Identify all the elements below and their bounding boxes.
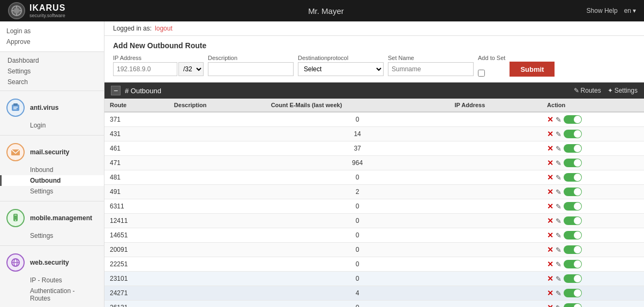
toggle-button[interactable]: [564, 202, 582, 211]
sidebar-web-section: web.security IP - Routes Authentication …: [0, 246, 104, 307]
sidebar-mail-outbound[interactable]: Outbound: [0, 175, 104, 186]
toggle-button[interactable]: [564, 144, 582, 153]
sidebar-top-links: Dashboard Settings Search: [0, 52, 104, 91]
lang-dropdown[interactable]: en ▾: [624, 7, 636, 14]
delete-button[interactable]: ✕: [547, 216, 553, 225]
chevron-down-icon: ▾: [633, 7, 636, 14]
delete-button[interactable]: ✕: [547, 289, 553, 297]
toggle-button[interactable]: [564, 216, 582, 225]
delete-button[interactable]: ✕: [547, 115, 553, 124]
routes-link[interactable]: ✎ Routes: [574, 87, 601, 94]
toggle-button[interactable]: [564, 173, 582, 182]
delete-button[interactable]: ✕: [547, 303, 553, 307]
sidebar-settings[interactable]: Settings: [0, 66, 104, 77]
cell-description: [169, 112, 266, 127]
toggle-button[interactable]: [564, 159, 582, 167]
cell-action: ✕ ✎: [542, 185, 644, 199]
sidebar-mail-settings[interactable]: Settings: [0, 186, 104, 197]
show-help-link[interactable]: Show Help: [587, 7, 618, 14]
toggle-button[interactable]: [564, 245, 582, 254]
sidebar-web-iproutes[interactable]: IP - Routes: [0, 275, 104, 286]
cell-description: [169, 170, 266, 185]
main-layout: Login as Approve Dashboard Settings Sear…: [0, 21, 644, 307]
cell-ip: [449, 127, 542, 141]
sidebar-module-web[interactable]: web.security: [0, 250, 104, 275]
toggle-knob: [574, 130, 581, 138]
sidebar-search[interactable]: Search: [0, 77, 104, 87]
sidebar-mobile-settings[interactable]: Settings: [0, 230, 104, 241]
dest-select[interactable]: Select: [298, 62, 384, 76]
edit-button[interactable]: ✎: [556, 260, 561, 268]
delete-button[interactable]: ✕: [547, 202, 553, 211]
lang-label: en: [624, 7, 631, 14]
sidebar-dashboard[interactable]: Dashboard: [0, 55, 104, 66]
cell-description: [169, 156, 266, 170]
logo-name: IKARUS: [29, 3, 65, 13]
settings-link[interactable]: ✦ Settings: [608, 87, 638, 94]
sidebar-module-mail[interactable]: mail.security: [0, 140, 104, 164]
edit-button[interactable]: ✎: [556, 116, 561, 124]
collapse-button[interactable]: −: [111, 86, 121, 95]
edit-button[interactable]: ✎: [556, 203, 561, 211]
sidebar-module-mobile[interactable]: mobile.management: [0, 206, 104, 230]
edit-button[interactable]: ✎: [556, 217, 561, 225]
sidebar-item-approve[interactable]: Approve: [6, 36, 98, 47]
edit-button[interactable]: ✎: [556, 130, 561, 138]
delete-button[interactable]: ✕: [547, 144, 553, 153]
delete-button[interactable]: ✕: [547, 260, 553, 268]
toggle-button[interactable]: [564, 188, 582, 196]
web-icon: [6, 253, 25, 272]
delete-button[interactable]: ✕: [547, 188, 553, 196]
table-section: − # Outbound ✎ Routes ✦ Settings: [104, 83, 644, 307]
mobile-name: mobile.management: [30, 214, 92, 222]
setname-input[interactable]: [388, 62, 474, 76]
cell-count: 2: [266, 185, 450, 199]
edit-button[interactable]: ✎: [556, 188, 561, 196]
desc-input[interactable]: [208, 62, 294, 76]
edit-button[interactable]: ✎: [556, 145, 561, 153]
edit-button[interactable]: ✎: [556, 275, 561, 283]
edit-button[interactable]: ✎: [556, 304, 561, 308]
sidebar-mail-inbound[interactable]: Inbound: [0, 164, 104, 175]
edit-button[interactable]: ✎: [556, 174, 561, 182]
toggle-button[interactable]: [564, 130, 582, 138]
toggle-button[interactable]: [564, 289, 582, 297]
toggle-button[interactable]: [564, 231, 582, 239]
toggle-knob: [574, 159, 581, 167]
delete-button[interactable]: ✕: [547, 173, 553, 182]
submit-button[interactable]: Submit: [510, 62, 555, 77]
edit-button[interactable]: ✎: [556, 159, 561, 167]
mobile-icon: [6, 209, 25, 227]
toggle-button[interactable]: [564, 274, 582, 283]
toggle-button[interactable]: [564, 260, 582, 268]
cell-route: 24271: [104, 286, 169, 301]
edit-button[interactable]: ✎: [556, 246, 561, 254]
cell-route: 14651: [104, 228, 169, 243]
delete-button[interactable]: ✕: [547, 231, 553, 239]
cell-ip: [449, 228, 542, 243]
ip-suffix-select[interactable]: /32/24/16/8: [178, 62, 204, 76]
edit-button[interactable]: ✎: [556, 231, 561, 239]
delete-button[interactable]: ✕: [547, 159, 553, 167]
delete-button[interactable]: ✕: [547, 245, 553, 254]
delete-button[interactable]: ✕: [547, 274, 553, 283]
delete-button[interactable]: ✕: [547, 130, 553, 138]
toggle-knob: [574, 304, 581, 307]
sidebar-module-antivirus[interactable]: anti.virus: [0, 95, 104, 120]
cell-action: ✕ ✎: [542, 286, 644, 301]
toggle-button[interactable]: [564, 115, 582, 124]
sidebar-item-login-as[interactable]: Login as: [6, 26, 98, 36]
cell-ip: [449, 170, 542, 185]
edit-button[interactable]: ✎: [556, 289, 561, 297]
addtoset-checkbox[interactable]: [478, 70, 485, 77]
cell-description: [169, 185, 266, 199]
sidebar-web-authroutes[interactable]: Authentication - Routes: [0, 286, 104, 304]
ip-input[interactable]: [113, 62, 177, 76]
table-row: 26131 0 ✕ ✎: [104, 301, 644, 308]
cell-description: [169, 243, 266, 257]
sidebar-antivirus-login[interactable]: Login: [0, 120, 104, 131]
toggle-button[interactable]: [564, 303, 582, 307]
logout-link[interactable]: logout: [155, 25, 173, 32]
cell-description: [169, 199, 266, 214]
cell-action: ✕ ✎: [542, 243, 644, 257]
